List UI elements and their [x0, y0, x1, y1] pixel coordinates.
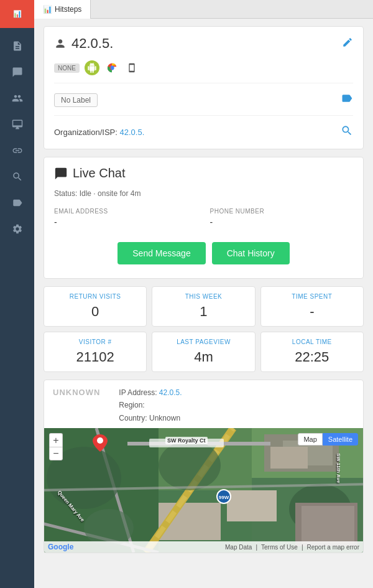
chat-history-button[interactable]: Chat History [212, 242, 290, 264]
svg-point-12 [159, 441, 221, 490]
visitor-label: VISITOR # [52, 338, 139, 345]
content-area: 42.0.5. NONE [34, 19, 373, 568]
last-pageview-label: LAST PAGEVIEW [160, 338, 247, 345]
edit-button[interactable] [342, 37, 353, 50]
sidebar: 📊 [0, 0, 34, 588]
ip-value-link[interactable]: 42.0.5. [159, 388, 182, 397]
svg-rect-9 [227, 490, 277, 521]
map-footer: Google Map Data | Terms of Use | Report … [44, 541, 363, 553]
stats-grid: RETURN VISITS 0 THIS WEEK 1 TIME SPENT -… [44, 286, 364, 372]
browser-row: NONE [54, 60, 353, 83]
time-spent-label: TIME SPENT [269, 293, 356, 300]
local-time-label: LOCAL TIME [269, 338, 356, 345]
this-week-value: 1 [160, 304, 247, 320]
svg-rect-8 [270, 447, 308, 469]
stat-return-visits: RETURN VISITS 0 [44, 286, 147, 327]
sidebar-item-chat[interactable] [5, 60, 30, 84]
map-zoom-controls: + − [49, 433, 63, 460]
chat-status: Status: Idle · onsite for 4m [54, 189, 353, 198]
visitor-header: 42.0.5. [54, 35, 353, 52]
stat-local-time: LOCAL TIME 22:25 [260, 332, 364, 372]
terms-link[interactable]: Terms of Use [261, 544, 298, 551]
org-label: Organization/ISP: 42.0.5. [54, 128, 144, 137]
zoom-in-button[interactable]: + [49, 433, 63, 447]
this-week-label: THIS WEEK [160, 293, 247, 300]
chrome-icon [104, 60, 119, 75]
browser-none-badge: NONE [54, 63, 80, 73]
action-buttons: Send Message Chat History [54, 237, 353, 269]
map-card: UNKNOWN IP Address: 42.0.5. Region: Coun… [44, 380, 364, 553]
live-chat-label: Live Chat [73, 166, 126, 180]
svg-point-14 [84, 509, 134, 546]
tab-hitsteps[interactable]: 📊 Hitsteps [34, 0, 91, 19]
visitor-value: 21102 [52, 349, 139, 365]
ip-info: IP Address: 42.0.5. Region: Country: Unk… [119, 386, 182, 424]
person-icon [54, 37, 67, 50]
org-row: Organization/ISP: 42.0.5. [54, 124, 353, 140]
zoom-out-button[interactable]: − [49, 447, 63, 460]
stat-visitor-num: VISITOR # 21102 [44, 332, 147, 372]
main-content: 📊 Hitsteps 42.0.5. NONE [34, 0, 373, 588]
phone-field-group: PHONE NUMBER - [210, 208, 354, 227]
live-chat-card: Live Chat Status: Idle · onsite for 4m E… [44, 157, 364, 279]
stat-this-week: THIS WEEK 1 [152, 286, 255, 327]
map-view-button[interactable]: Map [298, 433, 322, 446]
sidebar-item-link[interactable] [5, 139, 30, 162]
svg-point-21 [97, 437, 103, 444]
time-spent-value: - [269, 304, 356, 320]
phone-label: PHONE NUMBER [210, 208, 354, 215]
local-time-value: 22:25 [269, 349, 356, 365]
org-search-button[interactable] [341, 124, 353, 140]
sidebar-item-search[interactable] [5, 165, 30, 189]
visitor-title-row: 42.0.5. [54, 35, 113, 52]
map-data-link[interactable]: Map Data [225, 544, 252, 551]
return-visits-label: RETURN VISITS [52, 293, 139, 300]
phone-value: - [210, 217, 354, 227]
sidebar-item-monitor[interactable] [5, 113, 30, 136]
sidebar-item-document[interactable] [5, 34, 30, 58]
live-chat-title: Live Chat [54, 166, 353, 180]
email-field-group: EMAIL ADDRESS - [54, 208, 198, 227]
app-logo[interactable]: 📊 [0, 0, 34, 28]
logo-text: 📊 [13, 10, 22, 18]
unknown-badge: UNKNOWN [53, 388, 100, 397]
map-container: 99W Map Satellite + − SW Royalty Ct [44, 428, 363, 553]
chat-bubble-icon [54, 167, 68, 180]
org-value-link[interactable]: 42.0.5. [120, 128, 145, 137]
stat-time-spent: TIME SPENT - [260, 286, 364, 327]
map-svg: 99W [44, 428, 363, 553]
visitor-info-card: 42.0.5. NONE [44, 26, 364, 149]
visitor-ip: 42.0.5. [71, 35, 113, 52]
add-label-button[interactable] [341, 92, 353, 108]
map-info: UNKNOWN IP Address: 42.0.5. Region: Coun… [44, 380, 363, 428]
last-pageview-value: 4m [160, 349, 247, 365]
label-row: No Label [54, 92, 353, 116]
tab-label: Hitsteps [55, 5, 81, 14]
report-link[interactable]: Report a map error [307, 544, 359, 551]
tab-bar: 📊 Hitsteps [34, 0, 373, 19]
sidebar-item-settings[interactable] [5, 217, 30, 241]
satellite-view-button[interactable]: Satellite [323, 433, 358, 446]
email-label: EMAIL ADDRESS [54, 208, 198, 215]
sidebar-item-tag[interactable] [5, 191, 30, 215]
mobile-icon [124, 60, 139, 75]
android-icon [85, 60, 99, 75]
google-logo: Google [48, 543, 73, 551]
svg-text:99W: 99W [219, 495, 229, 500]
map-footer-links: Map Data | Terms of Use | Report a map e… [225, 544, 359, 551]
stat-last-pageview: LAST PAGEVIEW 4m [152, 332, 255, 372]
return-visits-value: 0 [52, 304, 139, 320]
map-controls: Map Satellite [298, 433, 358, 446]
street-label-11th: SW 11th Ave [336, 454, 342, 483]
email-value: - [54, 217, 198, 227]
contact-fields: EMAIL ADDRESS - PHONE NUMBER - [54, 208, 353, 227]
no-label-badge: No Label [54, 93, 98, 107]
sidebar-item-users[interactable] [5, 86, 30, 110]
send-message-button[interactable]: Send Message [117, 242, 205, 264]
svg-rect-16 [302, 506, 354, 543]
street-label-royalty: SW Royalty Ct [165, 437, 208, 444]
